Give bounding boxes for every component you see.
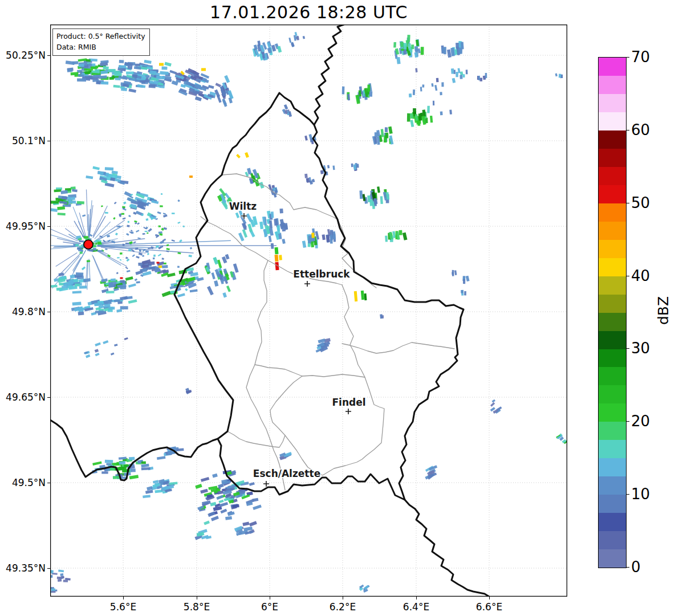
city-marker — [345, 409, 351, 414]
colorbar-segment — [599, 458, 626, 476]
colorbar-tick-label: 50 — [631, 194, 650, 211]
x-tick-label: 6.2°E — [330, 601, 356, 613]
x-tick-mark — [123, 597, 124, 599]
y-tick-label: 49.8°N — [0, 306, 46, 317]
colorbar-segment — [599, 167, 626, 185]
colorbar-segment — [599, 385, 626, 403]
colorbar-segment — [599, 222, 626, 240]
y-tick-label: 49.95°N — [0, 221, 46, 232]
colorbar-segment — [599, 513, 626, 531]
city-labels: WiltzEttelbruckFindelEsch/Alzette — [229, 201, 366, 487]
x-tick-mark — [270, 597, 270, 599]
colorbar-segment — [599, 112, 626, 130]
y-tick-label: 50.25°N — [0, 50, 46, 61]
radar-echo-maxima — [120, 63, 367, 302]
gridlines — [50, 25, 567, 597]
x-tick-mark — [416, 597, 417, 599]
colorbar-segment — [599, 276, 626, 295]
product-info-box: Product: 0.5° Reflectivity Data: RMIB — [52, 28, 150, 56]
colorbar — [598, 57, 627, 568]
y-tick-label: 49.65°N — [0, 391, 46, 403]
colorbar-segment — [599, 349, 626, 368]
colorbar-tick-label: 40 — [631, 267, 650, 284]
radar-site-marker — [84, 240, 93, 249]
colorbar-segment — [599, 531, 626, 549]
radar-map: WiltzEttelbruckFindelEsch/Alzette — [50, 25, 567, 597]
colorbar-segment — [599, 240, 626, 258]
colorbar-segment — [599, 495, 626, 513]
radar-app: 17.01.2026 18:28 UTC Product: 0.5° Refle… — [0, 0, 675, 616]
colorbar-segment — [599, 185, 626, 203]
product-line: Product: 0.5° Reflectivity — [56, 31, 145, 42]
colorbar-segment — [599, 476, 626, 495]
x-tick-mark — [343, 597, 343, 599]
colorbar-segment — [599, 440, 626, 458]
colorbar-tick-label: 20 — [631, 413, 650, 430]
colorbar-segment — [599, 76, 626, 94]
colorbar-segment — [599, 313, 626, 331]
colorbar-segment — [599, 149, 626, 167]
city-label: Ettelbruck — [293, 268, 350, 280]
radar-echoes — [50, 32, 567, 593]
city-label: Esch/Alzette — [253, 468, 320, 479]
y-tick-label: 49.35°N — [0, 562, 46, 574]
colorbar-segment — [599, 367, 626, 385]
colorbar-tick-label: 0 — [631, 558, 641, 576]
data-source-line: Data: RMIB — [56, 42, 145, 52]
colorbar-segment — [599, 403, 626, 422]
city-label: Wiltz — [229, 201, 257, 212]
x-tick-mark — [489, 597, 490, 599]
colorbar-tick-label: 60 — [631, 121, 650, 138]
district-borders — [201, 174, 454, 490]
colorbar-segment — [599, 422, 626, 440]
y-tick-label: 50.1°N — [0, 135, 46, 146]
colorbar-unit-label: dBZ — [655, 296, 672, 325]
colorbar-tick-label: 70 — [631, 48, 650, 66]
x-tick-label: 5.8°E — [184, 601, 210, 613]
colorbar-segment — [599, 295, 626, 313]
x-tick-mark — [197, 597, 197, 599]
colorbar-segment — [599, 94, 626, 112]
x-tick-label: 6.6°E — [476, 601, 502, 613]
colorbar-segment — [599, 203, 626, 222]
x-tick-label: 6°E — [261, 601, 278, 613]
page-title: 17.01.2026 18:28 UTC — [50, 2, 567, 22]
x-tick-label: 6.4°E — [403, 601, 429, 613]
colorbar-segment — [599, 130, 626, 149]
city-label: Findel — [332, 397, 365, 408]
colorbar-tick-label: 10 — [631, 486, 650, 503]
y-tick-label: 49.5°N — [0, 477, 46, 488]
colorbar-segment — [599, 258, 626, 276]
city-marker — [263, 481, 269, 487]
city-marker — [304, 281, 310, 287]
map-frame — [51, 25, 567, 597]
colorbar-segment — [599, 549, 626, 568]
colorbar-segment — [599, 331, 626, 349]
x-tick-label: 5.6°E — [110, 601, 136, 613]
colorbar-segment — [599, 58, 626, 76]
colorbar-tick-label: 30 — [631, 340, 650, 357]
